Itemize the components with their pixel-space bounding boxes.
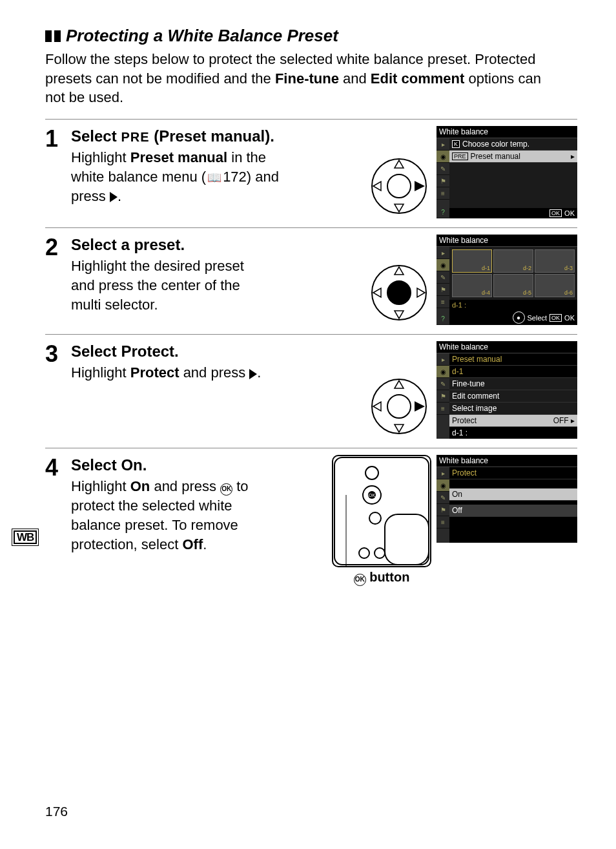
- step-heading: Select Protect.: [71, 341, 303, 362]
- intro-text: and: [339, 70, 371, 87]
- multi-selector-icon: [367, 374, 431, 439]
- svg-rect-19: [385, 514, 429, 565]
- tab-icon: ⚑: [436, 390, 449, 403]
- tab-icon: ▸: [436, 138, 449, 151]
- tab-icon: ◉: [436, 151, 449, 163]
- tab-icon: ⚑: [436, 504, 449, 516]
- ok-button-icon: OK: [354, 574, 366, 586]
- screen-title: White balance: [436, 126, 577, 138]
- wb-side-tab: WB: [12, 529, 39, 546]
- section-marker-icon: [45, 30, 61, 42]
- svg-point-20: [365, 466, 378, 479]
- step-body: Highlight the desired preset and press t…: [71, 257, 271, 314]
- tab-icon: ⚑: [436, 284, 449, 296]
- menu-row: Select image: [449, 403, 577, 415]
- step: 3 Select Protect. Highlight Protect and …: [45, 334, 577, 448]
- svg-text:OK: OK: [369, 493, 375, 498]
- page-number: 176: [45, 804, 68, 819]
- center-press-icon: ●: [513, 311, 525, 324]
- menu-row: KChoose color temp.: [449, 138, 577, 151]
- step-body: Highlight Preset manual in the white bal…: [71, 148, 284, 205]
- preset-sub: d-1 :: [449, 300, 577, 310]
- tab-icon: ⚑: [436, 175, 449, 187]
- step-number: 4: [45, 455, 71, 586]
- svg-point-24: [369, 512, 381, 524]
- step-number: 3: [45, 341, 71, 439]
- camera-screen: White balance ▸ ◉ ✎ ⚑ ≡ ? KChoose color …: [436, 126, 577, 218]
- menu-row: Off: [449, 505, 577, 517]
- manual-page-icon: [206, 169, 223, 185]
- menu-row: d-1: [449, 366, 577, 378]
- step: 2 Select a preset. Highlight the desired…: [45, 227, 577, 334]
- tab-icon: ✎: [436, 378, 449, 390]
- menu-row: Edit comment: [449, 390, 577, 403]
- step-heading: Select On.: [71, 455, 258, 476]
- screen-title: White balance: [436, 341, 577, 353]
- preset-sub: d-1 :: [449, 427, 577, 439]
- intro-bold: Fine-tune: [275, 70, 339, 87]
- tab-icon: ≡: [436, 187, 449, 200]
- tab-icon: ▸: [436, 353, 449, 366]
- svg-point-26: [375, 548, 385, 558]
- preset-thumb: d-4: [452, 274, 492, 297]
- screen-title: White balance: [436, 235, 577, 247]
- step-number: 2: [45, 235, 71, 325]
- preset-thumb: d-5: [493, 274, 533, 297]
- right-arrow-icon: [110, 192, 118, 202]
- menu-row-selected: On: [449, 488, 577, 501]
- preset-thumb: d-3: [535, 249, 575, 273]
- camera-body-illustration: OK: [332, 455, 431, 567]
- camera-caption: OK button: [332, 570, 431, 586]
- step-heading: Select a preset.: [71, 235, 271, 255]
- menu-row: Protect: [449, 467, 577, 479]
- ok-indicator: OK: [549, 209, 562, 217]
- step: 1 Select PRE (Preset manual). Highlight …: [45, 119, 577, 227]
- tab-icon: ≡: [436, 516, 449, 529]
- tab-icon: ◉: [436, 479, 449, 492]
- multi-selector-icon: [367, 260, 431, 325]
- intro-bold: Edit comment: [371, 70, 464, 87]
- ok-button-icon: OK: [220, 483, 232, 496]
- menu-row: Preset manual: [449, 353, 577, 366]
- step-body: Highlight Protect and press .: [71, 363, 303, 383]
- tab-icon: ◉: [436, 366, 449, 378]
- right-arrow-icon: [249, 369, 257, 379]
- multi-selector-icon: [367, 154, 431, 218]
- tab-icon: ✎: [436, 271, 449, 284]
- svg-point-1: [387, 174, 411, 198]
- menu-row: Fine-tune: [449, 378, 577, 390]
- preset-thumb: d-2: [493, 249, 533, 273]
- svg-point-7: [387, 281, 411, 304]
- tab-icon: ◉: [436, 259, 449, 271]
- wb-icon: WB: [14, 530, 37, 544]
- help-icon: ?: [436, 206, 449, 218]
- section-title: Protecting a White Balance Preset: [45, 26, 577, 46]
- camera-screen: White balance ▸ ◉ ✎ ⚑ ≡ Preset manual d-…: [436, 341, 577, 439]
- step-heading: Select PRE (Preset manual).: [71, 126, 284, 147]
- screen-title: White balance: [436, 455, 577, 467]
- section-title-text: Protecting a White Balance Preset: [66, 26, 338, 46]
- step: 4 Select On. Highlight On and press OK t…: [45, 448, 577, 595]
- tab-icon: ≡: [436, 296, 449, 308]
- camera-screen: White balance ▸ ◉ ✎ ⚑ ≡ ? d-1 d-2: [436, 235, 577, 325]
- camera-screen: White balance ▸ ◉ ✎ ⚑ ≡ Protect On O: [436, 455, 577, 543]
- ok-indicator: OK: [549, 314, 562, 322]
- step-number: 1: [45, 126, 71, 218]
- tab-icon: ▸: [436, 247, 449, 259]
- menu-row-selected: ProtectOFF ▸: [449, 415, 577, 427]
- preset-thumb: d-6: [535, 274, 575, 297]
- tab-icon: ✎: [436, 163, 449, 175]
- menu-row-selected: PREPreset manual▸: [449, 151, 577, 163]
- tab-icon: ▸: [436, 467, 449, 479]
- svg-point-25: [359, 548, 369, 558]
- svg-point-13: [387, 395, 411, 418]
- step-body: Highlight On and press OK to protect the…: [71, 477, 258, 554]
- tab-icon: ✎: [436, 492, 449, 504]
- help-icon: ?: [436, 313, 449, 325]
- tab-icon: ≡: [436, 403, 449, 415]
- pre-label: PRE: [121, 130, 149, 144]
- intro-paragraph: Follow the steps below to protect the se…: [45, 50, 549, 107]
- preset-thumb: d-1: [452, 249, 492, 273]
